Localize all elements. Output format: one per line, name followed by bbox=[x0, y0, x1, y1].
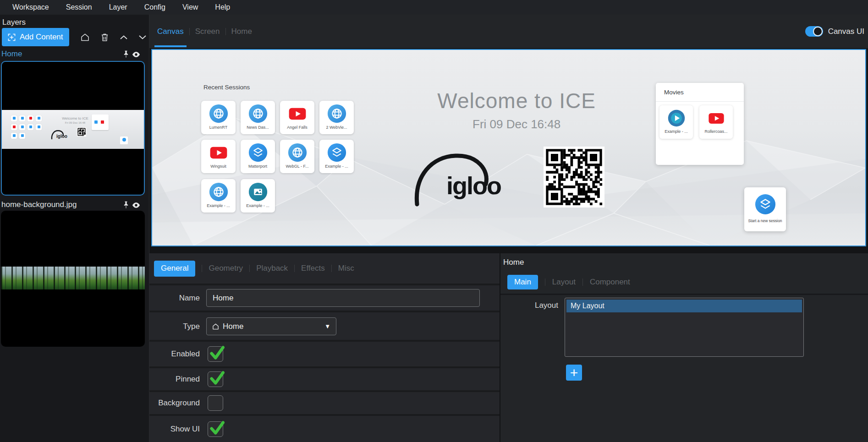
pin-icon[interactable] bbox=[123, 50, 129, 58]
pinned-row: Pinned bbox=[149, 368, 500, 390]
tab-separator bbox=[582, 278, 583, 286]
tab-main[interactable]: Main bbox=[507, 275, 538, 289]
youtube-icon bbox=[209, 143, 228, 162]
new-session-tile[interactable]: Start a new session bbox=[744, 187, 786, 231]
enabled-label: Enabled bbox=[149, 349, 200, 359]
tab-playback[interactable]: Playback bbox=[256, 264, 288, 273]
background-label: Background bbox=[149, 398, 200, 408]
tab-separator bbox=[331, 265, 332, 272]
menu-item-workspace[interactable]: Workspace bbox=[12, 3, 49, 11]
tab-separator bbox=[225, 28, 226, 35]
session-tile[interactable]: Example - ... bbox=[201, 179, 236, 213]
session-tile[interactable]: News Das... bbox=[241, 101, 275, 134]
type-dropdown[interactable]: Home ▼ bbox=[206, 317, 336, 335]
session-tile[interactable]: Angel Falls bbox=[280, 101, 314, 134]
layer-thumbnail-background[interactable] bbox=[1, 211, 145, 347]
background-row: Background bbox=[149, 392, 500, 414]
dropdown-caret-icon: ▼ bbox=[324, 323, 330, 330]
mini-igloo-logo: igloo bbox=[50, 129, 70, 140]
tab-misc[interactable]: Misc bbox=[338, 264, 354, 273]
tab-effects[interactable]: Effects bbox=[301, 264, 325, 273]
tab-layout[interactable]: Layout bbox=[552, 278, 576, 287]
canvas-ui-toggle[interactable] bbox=[805, 26, 823, 37]
tab-separator bbox=[189, 28, 190, 35]
globe-icon bbox=[209, 104, 228, 123]
mini-session-tiles bbox=[11, 115, 49, 147]
toggle-knob bbox=[813, 27, 823, 36]
pinned-label: Pinned bbox=[149, 375, 200, 384]
session-tile[interactable]: Example - ... bbox=[241, 179, 275, 213]
session-tile[interactable]: WebGL - F... bbox=[280, 140, 314, 173]
canvas-ui-toggle-group: Canvas UI bbox=[805, 26, 868, 37]
menu-item-session[interactable]: Session bbox=[66, 3, 92, 11]
session-tile[interactable]: 2 WebVie... bbox=[319, 101, 354, 134]
session-tile[interactable]: Wingsuit bbox=[201, 140, 236, 173]
tab-geometry[interactable]: Geometry bbox=[209, 264, 243, 273]
play-icon bbox=[668, 109, 685, 127]
enabled-row: Enabled bbox=[149, 342, 500, 366]
menu-item-config[interactable]: Config bbox=[144, 3, 165, 11]
tab-home[interactable]: Home bbox=[229, 15, 255, 48]
home-layer-panel: Home Main Layout Component Layout My Lay… bbox=[500, 253, 868, 442]
menu-bar: Workspace Session Layer Config View Help bbox=[0, 0, 868, 15]
movie-tile[interactable]: Example - ... bbox=[659, 105, 693, 139]
recent-sessions-label: Recent Sessions bbox=[203, 84, 250, 91]
mini-new-session-tile bbox=[120, 136, 128, 144]
welcome-date: Fri 09 Dec 16:48 bbox=[472, 117, 560, 131]
name-input[interactable] bbox=[206, 289, 480, 307]
show-ui-checkbox[interactable] bbox=[208, 421, 223, 437]
tab-separator bbox=[294, 265, 295, 272]
svg-text:igloo: igloo bbox=[56, 134, 67, 139]
home-panel-title: Home bbox=[503, 258, 524, 267]
pinned-checkbox[interactable] bbox=[208, 371, 223, 387]
properties-tab-bar: General Geometry Playback Effects Misc bbox=[149, 253, 500, 284]
layout-listbox[interactable]: My Layout bbox=[565, 298, 804, 357]
layer-name: home-background.jpg bbox=[1, 200, 77, 209]
trash-icon[interactable] bbox=[101, 33, 109, 42]
menu-item-view[interactable]: View bbox=[182, 3, 198, 11]
visibility-icon[interactable] bbox=[132, 202, 140, 208]
bottom-panels: General Geometry Playback Effects Misc N… bbox=[149, 253, 868, 442]
welcome-title: Welcome to ICE bbox=[437, 88, 595, 113]
youtube-icon bbox=[708, 109, 725, 127]
session-tile[interactable]: LumenRT bbox=[201, 101, 236, 134]
session-tile[interactable]: Example - ... bbox=[319, 140, 354, 173]
thumbnail-forest-strip bbox=[1, 267, 145, 289]
layer-thumbnail-home[interactable]: Welcome to ICE Fri 09 Dec 16:48 igloo bbox=[1, 61, 145, 196]
tab-screen[interactable]: Screen bbox=[192, 15, 223, 48]
menu-item-layer[interactable]: Layer bbox=[109, 3, 127, 11]
checkmark-icon bbox=[208, 370, 225, 387]
type-dropdown-value: Home bbox=[223, 322, 243, 331]
tab-general[interactable]: General bbox=[154, 261, 195, 277]
name-field-row: Name bbox=[149, 285, 500, 311]
home-icon[interactable] bbox=[81, 33, 89, 41]
add-layout-button[interactable]: + bbox=[566, 365, 582, 381]
layer-row-home-background[interactable]: home-background.jpg bbox=[1, 200, 149, 211]
ice-workspace-window: Workspace Session Layer Config View Help… bbox=[0, 0, 868, 442]
enabled-checkbox[interactable] bbox=[208, 346, 223, 362]
layout-list-item-selected[interactable]: My Layout bbox=[566, 300, 802, 312]
menu-item-help[interactable]: Help bbox=[215, 3, 230, 11]
qr-code bbox=[544, 147, 604, 209]
movie-tile[interactable]: Rollercoas... bbox=[699, 105, 733, 139]
background-checkbox[interactable] bbox=[208, 395, 223, 411]
session-tile[interactable]: Matterport bbox=[241, 140, 275, 173]
youtube-icon bbox=[288, 104, 307, 123]
move-down-icon[interactable] bbox=[139, 35, 146, 39]
home-panel-tab-bar: Main Layout Component bbox=[507, 273, 637, 291]
add-content-button[interactable]: Add Content bbox=[2, 28, 69, 46]
movies-panel: Movies Example - ... Rollercoas... bbox=[656, 83, 744, 165]
layers-panel: Layers Add Content Home bbox=[0, 15, 149, 442]
move-up-icon[interactable] bbox=[120, 35, 127, 39]
layer-name: Home bbox=[1, 49, 22, 58]
name-field-label: Name bbox=[149, 294, 200, 303]
visibility-icon[interactable] bbox=[132, 52, 140, 57]
tab-canvas[interactable]: Canvas bbox=[154, 15, 187, 48]
layers-panel-title: Layers bbox=[2, 18, 26, 27]
tab-component[interactable]: Component bbox=[590, 278, 630, 287]
tab-separator bbox=[545, 278, 545, 286]
canvas-preview[interactable]: Recent Sessions LumenRT News Das... Ange… bbox=[151, 49, 866, 246]
globe-icon bbox=[209, 182, 228, 202]
layer-row-home[interactable]: Home bbox=[1, 49, 149, 60]
pin-icon[interactable] bbox=[123, 201, 129, 209]
